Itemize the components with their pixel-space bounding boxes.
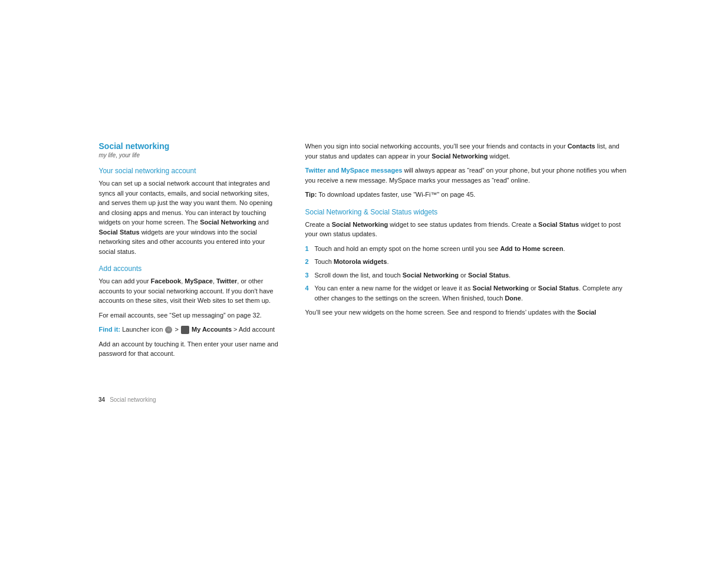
widgets-heading: Social Networking & Social Status widget… <box>305 208 630 216</box>
step-2: 2 Touch Motorola widgets. <box>305 257 630 267</box>
twitter-paragraph: Twitter and MySpace messages will always… <box>305 166 630 185</box>
left-column: Social networking my life, your life You… <box>99 141 282 363</box>
your-account-heading: Your social networking account <box>99 167 282 175</box>
step-3: 3 Scroll down the list, and touch Social… <box>305 270 630 280</box>
page-container: Social networking my life, your life You… <box>0 0 728 562</box>
find-it-text: Find it: Launcher icon ☉ > My Accounts >… <box>99 325 282 335</box>
footer-page-label: Social networking <box>110 396 156 403</box>
section-title: Social networking <box>99 141 282 151</box>
intro-paragraph: When you sign into social networking acc… <box>305 141 630 161</box>
section-subtitle: my life, your life <box>99 152 282 158</box>
outro-paragraph: You’ll see your new widgets on the home … <box>305 308 630 318</box>
launcher-icon: ☉ <box>165 326 172 333</box>
twitter-heading: Twitter and MySpace messages <box>305 167 403 174</box>
your-account-body: You can set up a social network account … <box>99 178 282 256</box>
my-accounts-icon <box>181 326 189 334</box>
find-it-label: Find it: <box>99 326 121 333</box>
step-4: 4 You can enter a new name for the widge… <box>305 283 630 303</box>
add-accounts-heading: Add accounts <box>99 265 282 273</box>
add-accounts-body2: For email accounts, see “Set up messagin… <box>99 310 282 320</box>
add-accounts-body1: You can add your Facebook, MySpace, Twit… <box>99 276 282 306</box>
right-column: When you sign into social networking acc… <box>305 141 630 363</box>
footer-page-number: 34 <box>98 396 105 403</box>
tip-paragraph: Tip: To download updates faster, use “Wi… <box>305 190 630 200</box>
steps-list: 1 Touch and hold an empty spot on the ho… <box>305 244 630 303</box>
step-1: 1 Touch and hold an empty spot on the ho… <box>305 244 630 254</box>
content-area: Social networking my life, your life You… <box>99 0 630 399</box>
add-accounts-body3: Add an account by touching it. Then ente… <box>99 339 282 359</box>
widgets-intro: Create a Social Networking widget to see… <box>305 220 630 239</box>
page-footer: 34 Social networking <box>98 396 156 403</box>
